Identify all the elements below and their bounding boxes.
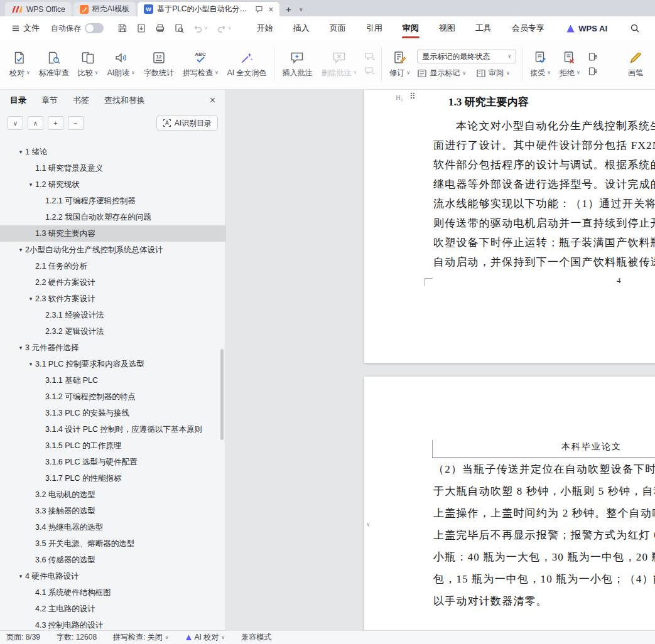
proofread-button[interactable]: 校对∨ xyxy=(5,44,35,84)
toc-item[interactable]: 2.3.1 经验设计法 xyxy=(0,307,225,323)
pen-button[interactable]: 画笔 xyxy=(624,44,647,84)
menu-tab-page[interactable]: 页面 xyxy=(320,16,356,40)
tab-chapters[interactable]: 章节 xyxy=(41,95,58,106)
toc-item[interactable]: 3.3 接触器的选型 xyxy=(0,503,225,519)
toc-item[interactable]: ▾3 元件器件选择 xyxy=(0,340,225,356)
tab-toc[interactable]: 目录 xyxy=(10,95,26,106)
expand-triangle-icon[interactable]: ▾ xyxy=(26,296,35,302)
collapse-chevron-icon[interactable]: ∨ xyxy=(366,521,371,527)
show-markup-button[interactable]: 显示标记 ∨ xyxy=(417,68,466,78)
toc-item[interactable]: 1.2.2 我国自动吹塑存在的问题 xyxy=(0,209,225,225)
expand-triangle-icon[interactable]: ▾ xyxy=(26,361,35,367)
tab-bookmarks[interactable]: 书签 xyxy=(73,95,89,106)
word-count-button[interactable]: 12 字数统计 xyxy=(139,44,178,84)
file-menu-button[interactable]: 文件 xyxy=(6,23,45,34)
track-changes-button[interactable]: 修订∨ xyxy=(385,44,414,84)
toc-item[interactable]: 2.1 任务的分析 xyxy=(0,258,225,274)
toc-item[interactable]: 2.3.2 逻辑设计法 xyxy=(0,323,225,340)
expand-triangle-icon[interactable]: ▾ xyxy=(16,247,25,253)
sidebar-scrollbar-thumb[interactable] xyxy=(220,349,224,440)
toc-item[interactable]: 4.2 主电路的设计 xyxy=(0,601,225,617)
ai-read-button[interactable]: AI朗读∨ xyxy=(103,44,139,84)
ai-polish-button[interactable]: AI 全文润色 xyxy=(223,44,271,84)
toc-item-selected[interactable]: 1.3 研究主要内容 xyxy=(0,225,225,242)
tab-list-chevron-icon[interactable]: ∨ xyxy=(295,2,306,16)
toc-item[interactable]: 3.1.3 PLC 的安装与接线 xyxy=(0,405,225,421)
save-icon[interactable] xyxy=(117,23,127,33)
markup-state-dropdown[interactable]: 显示标记的最终状态 ∨ xyxy=(417,50,516,63)
toc-item[interactable]: ▾4 硬件电路设计 xyxy=(0,568,225,584)
ai-proofread-status[interactable]: AI 校对 ∨ xyxy=(185,632,225,643)
previous-comment-icon[interactable] xyxy=(364,52,375,62)
redo-button[interactable]: ∨ xyxy=(217,23,232,33)
plus-button[interactable]: + xyxy=(48,116,63,130)
export-pdf-icon[interactable] xyxy=(136,23,146,33)
toc-item[interactable]: 4.3 控制电路的设计 xyxy=(0,617,225,630)
toc-item[interactable]: 3.1.1 基础 PLC xyxy=(0,372,225,389)
menu-tab-review[interactable]: 审阅 xyxy=(392,16,429,40)
toc-item[interactable]: 3.1.4 设计 PLC 控制时，应遵循以下基本原则 xyxy=(0,421,225,437)
minus-button[interactable]: − xyxy=(68,116,84,130)
insert-comment-button[interactable]: 插入批注 xyxy=(278,44,317,84)
expand-triangle-icon[interactable]: ▾ xyxy=(16,149,25,155)
delete-comment-button[interactable]: 删除批注∨ xyxy=(317,44,361,84)
review-pane-button[interactable]: 审阅 ∨ xyxy=(476,68,510,78)
print-icon[interactable] xyxy=(155,23,165,33)
document-page-4[interactable]: H₂ ⠿ 1.3 研究主要内容 本论文对小型自动化分生产线控制系统生产流 面进行… xyxy=(364,90,655,363)
menu-tab-tools[interactable]: 工具 xyxy=(465,16,502,40)
toc-item[interactable]: ▾2小型自动化分生产线控制系统总体设计 xyxy=(0,242,225,258)
menu-tab-home[interactable]: 开始 xyxy=(247,16,283,40)
tab-find-replace[interactable]: 查找和替换 xyxy=(104,95,145,106)
toc-item[interactable]: 2.2 硬件方案设计 xyxy=(0,274,225,291)
next-revision-icon[interactable] xyxy=(588,67,598,76)
expand-triangle-icon[interactable]: ▾ xyxy=(16,573,25,579)
toc-item[interactable]: ▾3.1 PLC 控制要求和内容及选型 xyxy=(0,356,225,372)
menu-tab-insert[interactable]: 插入 xyxy=(283,16,320,40)
close-tab-icon[interactable]: × xyxy=(268,4,273,14)
compare-button[interactable]: 比较∨ xyxy=(73,44,103,84)
toc-item[interactable]: 3.4 热继电器的选型 xyxy=(0,519,225,535)
tab-docer-templates[interactable]: 稻壳AI模板 xyxy=(73,2,136,16)
accept-button[interactable]: 接受∨ xyxy=(526,44,555,84)
redo-chevron-icon[interactable]: ∨ xyxy=(228,26,232,31)
search-icon[interactable] xyxy=(630,23,640,33)
document-area[interactable]: H₂ ⠿ 1.3 研究主要内容 本论文对小型自动化分生产线控制系统生产流 面进行… xyxy=(226,90,655,630)
toc-item[interactable]: 1.2.1 可编程序逻辑控制器 xyxy=(0,193,225,209)
document-page-5[interactable]: 本科毕业论文 ∨ （2）当瓶子传送并定位在自动吹塑设备下时，停留 于大瓶自动吹塑… xyxy=(364,377,655,630)
tab-wps-home[interactable]: WPS Office xyxy=(5,2,72,16)
next-comment-icon[interactable] xyxy=(364,67,375,76)
undo-chevron-icon[interactable]: ∨ xyxy=(204,26,208,31)
toc-item[interactable]: 3.6 传感器的选型 xyxy=(0,552,225,568)
toc-item[interactable]: 1.1 研究背景及意义 xyxy=(0,160,225,176)
page-indicator[interactable]: 页面: 8/39 xyxy=(6,632,40,643)
menu-tab-view[interactable]: 视图 xyxy=(429,16,465,40)
undo-button[interactable]: ∨ xyxy=(193,23,208,33)
menu-tab-member[interactable]: 会员专享 xyxy=(502,16,555,40)
toc-item[interactable]: 3.5 开关电源、熔断器的选型 xyxy=(0,535,225,552)
ai-recognize-toc-button[interactable]: AI识别目录 xyxy=(156,115,218,131)
toc-item[interactable]: 3.2 电动机的选型 xyxy=(0,486,225,503)
spell-check-status[interactable]: 拼写检查: 关闭∨ xyxy=(113,632,169,643)
toc-item[interactable]: 3.1.6 PLC 选型与硬件配置 xyxy=(0,454,225,470)
expand-triangle-icon[interactable]: ▾ xyxy=(26,181,35,188)
new-tab-button[interactable]: + xyxy=(281,2,295,16)
expand-triangle-icon[interactable]: ▾ xyxy=(16,345,25,351)
wps-ai-button[interactable]: WPS AI xyxy=(566,24,607,33)
close-pane-icon[interactable]: × xyxy=(210,95,215,106)
previous-revision-icon[interactable] xyxy=(588,52,598,62)
toc-item[interactable]: 4.1 系统硬件结构框图 xyxy=(0,584,225,601)
standard-review-button[interactable]: 标准审查 xyxy=(35,44,73,84)
print-preview-icon[interactable] xyxy=(174,23,184,33)
toc-item[interactable]: 3.1.5 PLC 的工作原理 xyxy=(0,437,225,454)
word-count-indicator[interactable]: 字数: 12608 xyxy=(57,632,97,643)
toc-item[interactable]: 3.1.2 可编程控制器的特点 xyxy=(0,389,225,405)
menu-tab-reference[interactable]: 引用 xyxy=(356,16,392,40)
expand-all-button[interactable]: ∨ xyxy=(8,116,23,130)
reject-button[interactable]: 拒绝∨ xyxy=(555,44,585,84)
drag-handle-icon[interactable]: ⠿ xyxy=(409,92,416,102)
toc-item[interactable]: ▾2.3 软件方案设计 xyxy=(0,291,225,307)
toc-item[interactable]: ▾1 绪论 xyxy=(0,144,225,160)
collapse-all-button[interactable]: ∧ xyxy=(28,116,43,130)
toc-item[interactable]: ▾1.2 研究现状 xyxy=(0,176,225,193)
toc-item[interactable]: 3.1.7 PLC 的性能指标 xyxy=(0,470,225,486)
